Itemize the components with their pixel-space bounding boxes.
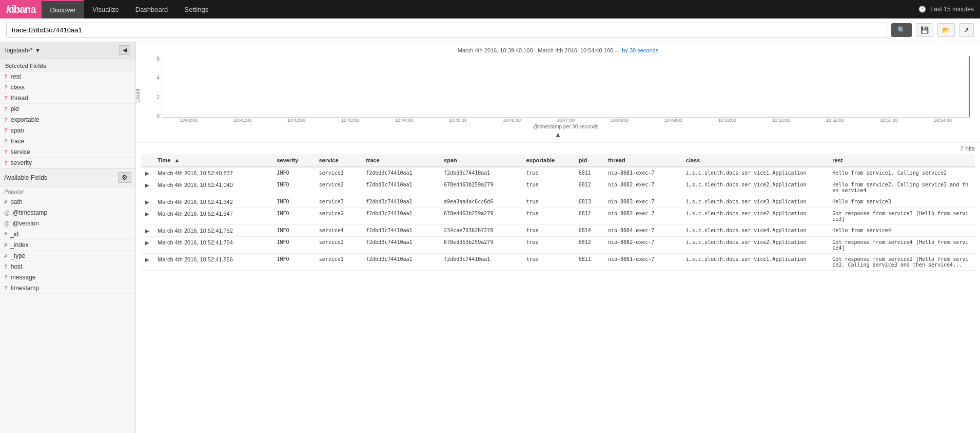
cell-severity: INFO bbox=[272, 225, 315, 237]
cell-rest: Hello from service3 bbox=[828, 196, 975, 208]
sidebar-collapse-button[interactable]: ◀ bbox=[119, 45, 130, 55]
cell-class: i.s.c.sleuth.docs.ser vice2.Application bbox=[682, 237, 829, 254]
row-expand-button[interactable]: ▶ bbox=[145, 257, 149, 262]
col-header-span[interactable]: span bbox=[440, 154, 522, 167]
field-name: _id bbox=[10, 231, 18, 238]
row-expand-button[interactable]: ▶ bbox=[145, 240, 149, 246]
col-header-trace[interactable]: trace bbox=[362, 154, 440, 167]
table-area: Time ▲severityservicetracespanexportable… bbox=[136, 154, 980, 271]
share-button[interactable]: ↗ bbox=[959, 23, 974, 37]
col-header-rest[interactable]: rest bbox=[828, 154, 975, 167]
results-count: 7 hits bbox=[960, 145, 975, 152]
field-type-icon: ? bbox=[4, 117, 8, 123]
selected-field-exportable[interactable]: ?exportable bbox=[0, 115, 135, 125]
row-expand-button[interactable]: ▶ bbox=[145, 182, 149, 188]
nav-discover[interactable]: Discover bbox=[42, 0, 84, 18]
row-expand-button[interactable]: ▶ bbox=[145, 211, 149, 217]
cell-service: service2 bbox=[315, 237, 362, 254]
cell-span: 234cae76362b7270 bbox=[440, 225, 522, 237]
cell-Time: March 4th 2016, 10:52:41.754 bbox=[153, 237, 272, 254]
selected-field-pid[interactable]: ?pid bbox=[0, 104, 135, 115]
col-header-class[interactable]: class bbox=[682, 154, 829, 167]
available-field-message[interactable]: ?message bbox=[0, 272, 135, 283]
x-label-14: 10:54:00 bbox=[916, 118, 970, 123]
cell-Time: March 4th 2016, 10:52:41.752 bbox=[153, 225, 272, 237]
row-expand-button[interactable]: ▶ bbox=[145, 199, 149, 205]
index-name[interactable]: logstash-* bbox=[5, 47, 32, 54]
available-field-@timestamp[interactable]: @@timestamp bbox=[0, 208, 135, 218]
table-row[interactable]: ▶March 4th 2016, 10:52:41.754INFOservice… bbox=[141, 237, 975, 254]
collapse-chart-button[interactable]: ▲ bbox=[146, 129, 970, 140]
field-type-icon: ? bbox=[4, 160, 8, 166]
available-fields-gear-button[interactable]: ⚙ bbox=[118, 172, 131, 183]
field-type-icon: ? bbox=[4, 95, 8, 101]
cell-service: service4 bbox=[315, 225, 362, 237]
col-header-pid[interactable]: pid bbox=[575, 154, 604, 167]
col-header-service[interactable]: service bbox=[315, 154, 362, 167]
cell-service: service1 bbox=[315, 254, 362, 271]
cell-trace: f2dbd3c74410aa1 bbox=[362, 254, 440, 271]
table-row[interactable]: ▶March 4th 2016, 10:52:41.856INFOservice… bbox=[141, 254, 975, 271]
results-table: Time ▲severityservicetracespanexportable… bbox=[141, 154, 975, 271]
selected-field-span[interactable]: ?span bbox=[0, 125, 135, 136]
field-type-icon: ? bbox=[4, 263, 8, 270]
available-field-timestamp[interactable]: ?timestamp bbox=[0, 283, 135, 294]
selected-field-rest[interactable]: ?rest bbox=[0, 71, 135, 82]
table-row[interactable]: ▶March 4th 2016, 10:52:41.347INFOservice… bbox=[141, 208, 975, 225]
table-row[interactable]: ▶March 4th 2016, 10:52:40.837INFOservice… bbox=[141, 167, 975, 179]
cell-severity: INFO bbox=[272, 237, 315, 254]
col-expand bbox=[141, 154, 153, 167]
cell-trace: f2dbd3c74410aa1 bbox=[362, 237, 440, 254]
col-header-exportable[interactable]: exportable bbox=[522, 154, 574, 167]
available-field-path[interactable]: #path bbox=[0, 197, 135, 208]
chart-footer: @timestamp per 30 seconds bbox=[162, 124, 970, 129]
nav-dashboard[interactable]: Dashboard bbox=[127, 0, 177, 18]
field-type-icon: @ bbox=[4, 210, 10, 216]
search-button[interactable]: 🔍 bbox=[891, 23, 912, 37]
cell-rest: Hello from service4 bbox=[828, 225, 975, 237]
chart-by-link[interactable]: by 30 seconds bbox=[622, 47, 658, 53]
chart-x-labels: 10:40:0010:41:0010:42:0010:43:0010:44:00… bbox=[162, 118, 970, 123]
cell-severity: INFO bbox=[272, 208, 315, 225]
save-button[interactable]: 💾 bbox=[916, 23, 933, 37]
x-label-2: 10:42:00 bbox=[269, 118, 323, 123]
selected-field-class[interactable]: ?class bbox=[0, 82, 135, 93]
cell-Time: March 4th 2016, 10:52:41.856 bbox=[153, 254, 272, 271]
available-field-_index[interactable]: #_index bbox=[0, 240, 135, 251]
available-field-@version[interactable]: @@version bbox=[0, 218, 135, 229]
nav-settings[interactable]: Settings bbox=[176, 0, 217, 18]
available-fields-header: Available Fields ⚙ bbox=[0, 168, 135, 186]
chart-bars[interactable] bbox=[162, 56, 970, 118]
selected-field-service[interactable]: ?service bbox=[0, 147, 135, 158]
cell-pid: 6812 bbox=[575, 179, 604, 196]
chart-title: March 4th 2016, 10:39:40.100 - March 4th… bbox=[146, 47, 970, 53]
table-row[interactable]: ▶March 4th 2016, 10:52:41.752INFOservice… bbox=[141, 225, 975, 237]
field-name: @version bbox=[13, 220, 39, 227]
col-header-thread[interactable]: thread bbox=[604, 154, 682, 167]
cell-exportable: true bbox=[522, 167, 574, 179]
available-field-host[interactable]: ?host bbox=[0, 261, 135, 272]
field-type-icon: ? bbox=[4, 73, 8, 80]
row-expand-button[interactable]: ▶ bbox=[145, 228, 149, 234]
selected-field-trace[interactable]: ?trace bbox=[0, 136, 135, 147]
row-expand-button[interactable]: ▶ bbox=[145, 171, 149, 176]
table-row[interactable]: ▶March 4th 2016, 10:52:41.040INFOservice… bbox=[141, 179, 975, 196]
x-label-0: 10:40:00 bbox=[162, 118, 215, 123]
col-header-Time[interactable]: Time ▲ bbox=[153, 154, 272, 167]
index-dropdown-icon[interactable]: ▼ bbox=[34, 47, 41, 54]
open-button[interactable]: 📂 bbox=[937, 23, 955, 37]
field-name: host bbox=[11, 263, 23, 270]
cell-pid: 6814 bbox=[575, 225, 604, 237]
field-name: thread bbox=[11, 95, 28, 102]
available-field-_id[interactable]: #_id bbox=[0, 229, 135, 240]
field-type-icon: ? bbox=[4, 127, 8, 134]
available-field-_type[interactable]: #_type bbox=[0, 251, 135, 261]
col-header-severity[interactable]: severity bbox=[272, 154, 315, 167]
cell-service: service2 bbox=[315, 179, 362, 196]
nav-visualize[interactable]: Visualize bbox=[84, 0, 127, 18]
selected-field-severity[interactable]: ?severity bbox=[0, 158, 135, 168]
search-input[interactable] bbox=[6, 23, 887, 37]
table-row[interactable]: ▶March 4th 2016, 10:52:41.342INFOservice… bbox=[141, 196, 975, 208]
cell-thread: nio-8082-exec-7 bbox=[604, 237, 682, 254]
selected-field-thread[interactable]: ?thread bbox=[0, 93, 135, 104]
